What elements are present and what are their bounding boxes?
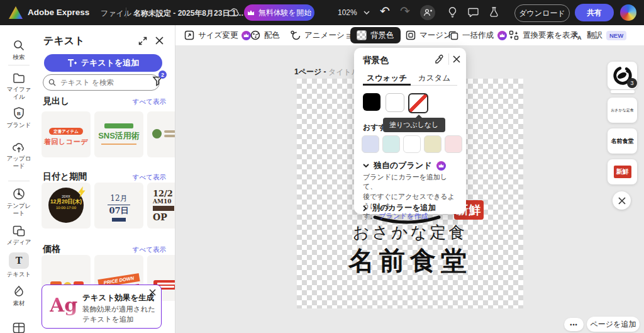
add-page-button[interactable]: ページを追加 [587,317,640,332]
cloud-sync-icon[interactable] [228,8,240,17]
animation-icon [291,30,301,40]
flask-icon[interactable] [489,7,499,18]
own-brand-toggle[interactable]: 独自のブランド [363,160,446,171]
panel-title: テキスト [43,35,85,48]
media-icon [0,225,38,237]
section-dates: 日付と期間 すべて表示 [43,171,166,183]
text-tool-icon: T [9,252,29,269]
sidebar-item-media[interactable]: メディア [0,225,38,246]
swatch-white-2[interactable] [403,135,421,153]
element-thumb-title[interactable]: 名前食堂 [608,128,637,154]
redo-icon[interactable]: ↷ [400,4,410,18]
section-prices: 価格 すべて表示 [43,244,166,255]
close-popup-icon[interactable] [453,55,460,63]
swatch-periwinkle[interactable] [362,135,379,153]
lightbulb-icon[interactable] [448,7,457,18]
text-search-box [43,74,160,91]
zoom-chevron-down-icon[interactable] [364,11,370,14]
more-options-button[interactable]: ••• [564,318,584,331]
free-trial-button[interactable]: 無料体験を開始 [244,4,314,21]
share-button[interactable]: 共有 [575,4,614,21]
add-collaborator-icon[interactable] [420,5,435,20]
brand-shield-icon: B [0,107,38,120]
folder-icon [0,73,38,84]
copies-icon [448,30,458,40]
add-text-button[interactable]: テキストを追加 [44,54,162,72]
text-effects-promo[interactable]: Ag テキスト効果を生成 装飾効果が適用された テキストを追加 [42,285,162,329]
svg-text:A: A [577,35,582,40]
zoom-level[interactable]: 102% [338,8,357,17]
popup-title: 背景色 [363,55,389,66]
avatar[interactable] [620,4,636,21]
swatch-black[interactable] [363,93,380,111]
tool-resize[interactable]: サイズ変更 [184,28,251,43]
close-stack-button[interactable] [613,191,631,210]
text-template-card[interactable]: SNS活用術 [94,111,143,157]
sidebar-item-upload[interactable]: アップロード [0,142,38,170]
chat-icon[interactable] [468,8,479,17]
adobe-express-logo-icon[interactable] [9,6,23,19]
sidebar-item-search[interactable]: 検索 [0,39,38,61]
rail-divider [8,65,30,65]
canvas-subtitle[interactable]: おさかな定食 [297,222,523,244]
show-all-link[interactable]: すべて表示 [133,173,166,182]
sidebar-item-brand[interactable]: B ブランド [0,107,38,129]
topbar: Adobe Express ファイル 名称未設定 - 2025年8月23日 1…… [0,0,644,25]
stack-edge [611,90,635,93]
premium-crown-icon [436,161,446,171]
sidebar-item-templates[interactable]: テンプレート [0,188,38,217]
text-template-card[interactable]: 12/2 AM10 OP [147,183,175,229]
chevron-right-icon [363,205,367,212]
tool-show-replaceable[interactable]: 置換要素を表示 [509,28,578,43]
element-thumb-badge[interactable]: 新鮮 [608,159,637,184]
tool-bulk-create[interactable]: 一括作成 [448,28,507,43]
tool-translate[interactable]: 文A 翻訳 NEW [572,28,626,43]
sidebar-item-grid-partial[interactable] [0,322,38,333]
text-template-card[interactable]: 定番アイテム 着回しコーデ [42,111,91,157]
topbar-divider [126,8,126,18]
new-badge: NEW [606,31,626,40]
show-all-link[interactable]: すべて表示 [133,98,166,106]
no-fill-tooltip: 塗りつぶしなし [383,118,445,132]
text-template-card[interactable] [147,111,175,157]
swatch-khaki[interactable] [424,135,441,153]
download-button[interactable]: ダウンロード [514,4,570,22]
active-tab-underline [363,84,411,86]
element-thumb-subtitle[interactable]: おさかな定食 [608,98,637,123]
search-input[interactable] [59,78,137,87]
add-another-color[interactable]: 別のカラーを追加 [363,203,436,213]
show-all-link[interactable]: すべて表示 [133,246,166,254]
context-toolbar: サイズ変更 配色 アニメーション 背景色 マージン 一括作成 置換要素を表示 [175,25,644,45]
eyedropper-icon[interactable] [434,54,444,64]
sidebar-item-text[interactable]: T テキスト [0,252,38,278]
underline-decor [101,144,136,145]
tab-custom[interactable]: カスタム [418,73,450,84]
sidebar-rail: 検索 マイファイル B ブランド アップロード テンプレート メディア T テキ… [0,25,38,333]
text-template-card[interactable]: 20XX 12月20日(木) 10:00-17:00 [42,183,91,229]
undo-icon[interactable]: ↶ [380,4,390,18]
tool-background-color[interactable]: 背景色 [350,27,401,43]
sidebar-item-elements[interactable]: 素材 [0,285,38,307]
upload-cloud-icon [0,142,38,153]
add-text-icon [67,59,77,67]
filter-count-badge: 2 [158,71,167,79]
canvas-title[interactable]: 名前食堂 [297,244,523,278]
close-panel-icon[interactable] [155,37,164,45]
swatch-mint[interactable] [382,135,400,153]
sidebar-item-my-files[interactable]: マイファイル [0,73,38,101]
mini-badge [104,123,133,128]
chevron-down-icon [363,164,369,168]
lightning-icon [78,186,86,198]
element-count-badge: 3 [627,78,637,88]
stamp-decor [152,129,162,138]
swatch-pink[interactable] [445,135,462,153]
tool-color-scheme[interactable]: 配色 [250,28,280,43]
tool-margin[interactable]: マージン [406,28,452,43]
text-template-card[interactable]: 12月 07日 [94,183,143,229]
expand-panel-icon[interactable] [138,37,147,45]
swatch-no-fill[interactable] [408,93,428,113]
margin-icon [406,30,416,40]
file-menu[interactable]: ファイル [101,8,131,19]
swatch-white[interactable] [386,93,404,112]
tab-swatches[interactable]: スウォッチ [367,73,407,84]
